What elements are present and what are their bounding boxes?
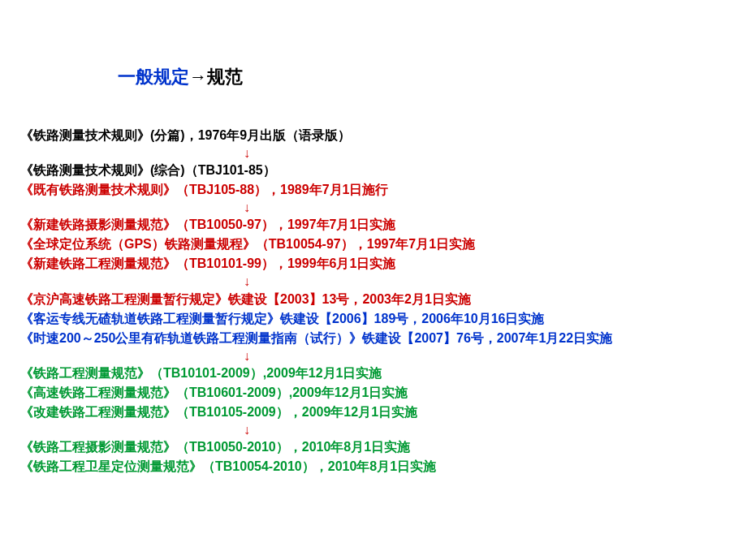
spec-tb10105-2009: 《改建铁路工程测量规范》（TB10105-2009），2009年12月1日实施 [20, 403, 727, 422]
arrow-down-icon: ↓ [20, 274, 727, 289]
spec-tb10601-2009: 《高速铁路工程测量规范》（TB10601-2009）,2009年12月1日实施 [20, 383, 727, 403]
spec-2007-76: 《时速200～250公里有砟轨道铁路工程测量指南（试行）》铁建设【2007】76… [20, 329, 727, 348]
spec-tb10101-2009: 《铁路工程测量规范》（TB10101-2009）,2009年12月1日实施 [20, 364, 727, 383]
title-part1: 一般规定 [118, 67, 189, 87]
title-arrow: → [189, 67, 207, 87]
spec-tb10101-99: 《新建铁路工程测量规范》（TB10101-99），1999年6月1日实施 [20, 254, 727, 274]
spec-tb10050-97: 《新建铁路摄影测量规范》（TB10050-97），1997年7月1日实施 [20, 215, 727, 235]
spec-tbj105-88: 《既有铁路测量技术规则》（TBJ105-88），1989年7月1日施行 [20, 180, 727, 200]
spec-tb10054-97: 《全球定位系统（GPS）铁路测量规程》（TB10054-97），1997年7月1… [20, 235, 727, 254]
spec-tbj101-85: 《铁路测量技术规则》(综合)（TBJ101-85） [20, 161, 727, 180]
arrow-down-icon: ↓ [20, 145, 727, 161]
arrow-down-icon: ↓ [20, 422, 727, 437]
title-part2: 规范 [207, 67, 243, 87]
spec-tb10050-2010: 《铁路工程摄影测量规范》（TB10050-2010），2010年8月1日实施 [20, 437, 727, 457]
spec-2006-189: 《客运专线无碴轨道铁路工程测量暂行规定》铁建设【2006】189号，2006年1… [20, 309, 727, 329]
spec-1976: 《铁路测量技术规则》(分篇)，1976年9月出版（语录版） [20, 126, 727, 145]
arrow-down-icon: ↓ [20, 200, 727, 215]
content-body: 《铁路测量技术规则》(分篇)，1976年9月出版（语录版） ↓ 《铁路测量技术规… [20, 126, 727, 476]
spec-2003-13: 《京沪高速铁路工程测量暂行规定》铁建设【2003】13号，2003年2月1日实施 [20, 290, 727, 309]
spec-tb10054-2010: 《铁路工程卫星定位测量规范》（TB10054-2010），2010年8月1日实施 [20, 457, 727, 476]
page-title: 一般规定→规范 [118, 65, 243, 89]
arrow-down-icon: ↓ [20, 348, 727, 364]
